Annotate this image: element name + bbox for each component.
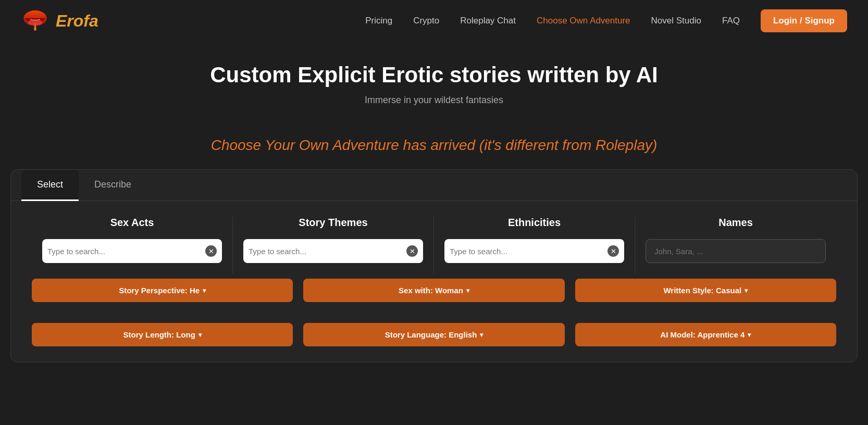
- perspective-label: Story Perspective: He: [119, 286, 200, 295]
- hero-title: Custom Explicit Erotic stories written b…: [10, 63, 858, 88]
- story-length-arrow-icon: ▾: [199, 331, 202, 339]
- story-themes-search-input[interactable]: [249, 247, 406, 256]
- column-sex-acts: Sex Acts ✕: [32, 217, 233, 273]
- story-length-dropdown[interactable]: Story Length: Long ▾: [32, 323, 293, 346]
- written-style-arrow-icon: ▾: [745, 287, 748, 294]
- perspective-dropdown[interactable]: Story Perspective: He ▾: [32, 279, 293, 302]
- ai-model-label: AI Model: Apprentice 4: [660, 330, 745, 339]
- ethnicities-search-input[interactable]: [450, 247, 607, 256]
- logo-text: Erofa: [56, 11, 98, 31]
- nav-link-faq[interactable]: FAQ: [722, 16, 740, 26]
- sex-acts-search-wrapper: ✕: [42, 239, 222, 263]
- ethnicities-search-wrapper: ✕: [444, 239, 624, 263]
- nav-link-crypto[interactable]: Crypto: [413, 16, 439, 26]
- dropdown-row-2: Story Length: Long ▾ Story Language: Eng…: [11, 323, 857, 346]
- nav-link-roleplay[interactable]: Roleplay Chat: [460, 16, 516, 26]
- navbar: Erofa Pricing Crypto Roleplay Chat Choos…: [0, 0, 868, 42]
- logo-container: Erofa: [21, 7, 98, 35]
- hero-section: Custom Explicit Erotic stories written b…: [0, 42, 868, 116]
- names-input[interactable]: [646, 239, 826, 263]
- names-header: Names: [646, 217, 826, 229]
- nav-link-novel[interactable]: Novel Studio: [651, 16, 701, 26]
- adventure-banner-text: Choose Your Own Adventure has arrived (i…: [10, 137, 858, 154]
- column-ethnicities: Ethnicities ✕: [434, 217, 635, 273]
- hero-subtitle: Immerse in your wildest fantasies: [10, 95, 858, 106]
- column-names: Names: [635, 217, 836, 273]
- ai-model-dropdown[interactable]: AI Model: Apprentice 4 ▾: [575, 323, 836, 346]
- sex-with-dropdown[interactable]: Sex with: Woman ▾: [303, 279, 564, 302]
- story-language-arrow-icon: ▾: [480, 331, 483, 339]
- story-themes-clear-button[interactable]: ✕: [406, 245, 418, 257]
- story-language-dropdown[interactable]: Story Language: English ▾: [303, 323, 564, 346]
- written-style-label: Written Style: Casual: [663, 286, 741, 295]
- story-themes-search-wrapper: ✕: [243, 239, 423, 263]
- ethnicities-header: Ethnicities: [444, 217, 624, 229]
- tab-describe[interactable]: Describe: [79, 170, 147, 201]
- content-grid: Sex Acts ✕ Story Themes ✕ Ethnicities ✕ …: [11, 201, 857, 273]
- column-story-themes: Story Themes ✕: [233, 217, 434, 273]
- sex-acts-clear-button[interactable]: ✕: [205, 245, 217, 257]
- sex-with-arrow-icon: ▾: [466, 287, 469, 294]
- written-style-dropdown[interactable]: Written Style: Casual ▾: [575, 279, 836, 302]
- login-button[interactable]: Login / Signup: [761, 9, 847, 32]
- tab-select[interactable]: Select: [21, 170, 79, 201]
- story-length-label: Story Length: Long: [123, 330, 195, 339]
- nav-link-pricing[interactable]: Pricing: [365, 16, 392, 26]
- dropdown-row-1: Story Perspective: He ▾ Sex with: Woman …: [11, 279, 857, 302]
- ethnicities-clear-button[interactable]: ✕: [607, 245, 619, 257]
- sex-acts-search-input[interactable]: [47, 247, 205, 256]
- ai-model-arrow-icon: ▾: [748, 331, 751, 339]
- main-card: Select Describe Sex Acts ✕ Story Themes …: [10, 169, 858, 362]
- nav-link-adventure[interactable]: Choose Own Adventure: [537, 16, 630, 26]
- sex-acts-header: Sex Acts: [42, 217, 222, 229]
- adventure-banner: Choose Your Own Adventure has arrived (i…: [0, 116, 868, 169]
- nav-links: Pricing Crypto Roleplay Chat Choose Own …: [365, 9, 847, 32]
- story-language-label: Story Language: English: [385, 330, 477, 339]
- sex-with-label: Sex with: Woman: [399, 286, 463, 295]
- logo-icon: [21, 7, 49, 35]
- tabs-container: Select Describe: [11, 170, 857, 201]
- perspective-arrow-icon: ▾: [203, 287, 206, 294]
- story-themes-header: Story Themes: [243, 217, 423, 229]
